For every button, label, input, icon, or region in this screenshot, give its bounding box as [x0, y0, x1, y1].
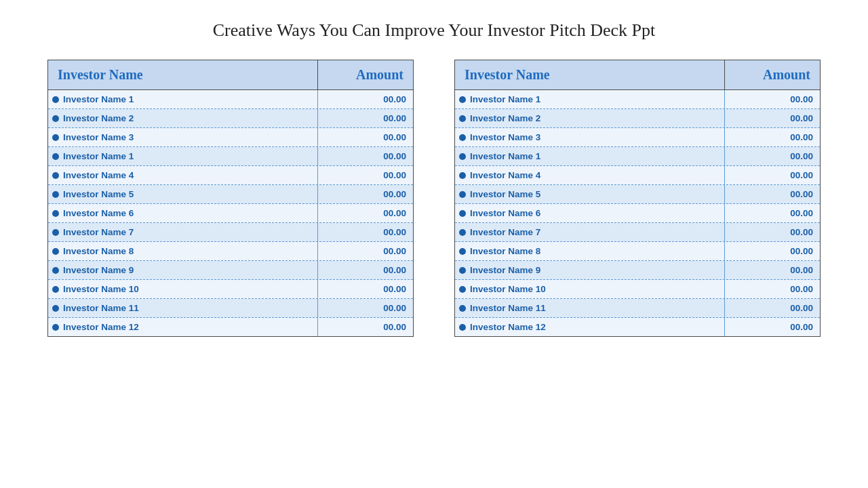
- cell-investor-name: Investor Name 3: [48, 128, 318, 146]
- cell-investor-name: Investor Name 8: [455, 242, 725, 260]
- table-row: Investor Name 100.00: [48, 90, 413, 109]
- table-row: Investor Name 800.00: [48, 242, 413, 261]
- cell-amount: 00.00: [725, 109, 820, 127]
- column-amount-header: Amount: [318, 60, 413, 89]
- investor-name-text: Investor Name 9: [470, 265, 540, 275]
- cell-investor-name: Investor Name 6: [48, 204, 318, 222]
- bullet-icon: [459, 229, 466, 236]
- bullet-icon: [52, 115, 59, 122]
- cell-investor-name: Investor Name 5: [48, 185, 318, 203]
- investor-name-text: Investor Name 10: [63, 284, 139, 294]
- cell-investor-name: Investor Name 4: [455, 166, 725, 184]
- table-row: Investor Name 700.00: [48, 223, 413, 242]
- investor-name-text: Investor Name 12: [63, 322, 139, 332]
- table-row: Investor Name 100.00: [48, 147, 413, 166]
- cell-investor-name: Investor Name 11: [48, 299, 318, 317]
- page-title: Creative Ways You Can Improve Your Inves…: [213, 20, 655, 41]
- bullet-icon: [52, 134, 59, 141]
- table-row: Investor Name 900.00: [48, 261, 413, 280]
- investor-name-text: Investor Name 4: [63, 170, 134, 180]
- table-row: Investor Name 500.00: [455, 185, 820, 204]
- cell-amount: 00.00: [725, 185, 820, 203]
- cell-amount: 00.00: [725, 280, 820, 298]
- bullet-icon: [52, 267, 59, 274]
- table-row: Investor Name 1200.00: [455, 318, 820, 336]
- investor-name-text: Investor Name 7: [63, 227, 134, 237]
- cell-investor-name: Investor Name 12: [48, 318, 318, 336]
- cell-investor-name: Investor Name 5: [455, 185, 725, 203]
- investor-name-text: Investor Name 1: [470, 94, 540, 104]
- cell-investor-name: Investor Name 7: [48, 223, 318, 241]
- bullet-icon: [52, 153, 59, 160]
- cell-amount: 00.00: [725, 128, 820, 146]
- bullet-icon: [52, 191, 59, 198]
- cell-investor-name: Investor Name 6: [455, 204, 725, 222]
- investor-name-text: Investor Name 8: [470, 246, 540, 256]
- investor-name-text: Investor Name 7: [470, 227, 540, 237]
- cell-amount: 00.00: [725, 242, 820, 260]
- cell-investor-name: Investor Name 10: [455, 280, 725, 298]
- cell-amount: 00.00: [725, 261, 820, 279]
- table-right: Investor NameAmountInvestor Name 100.00I…: [454, 60, 821, 337]
- investor-name-text: Investor Name 4: [470, 170, 540, 180]
- investor-name-text: Investor Name 3: [63, 132, 134, 142]
- table-header: Investor NameAmount: [48, 60, 413, 90]
- investor-name-text: Investor Name 12: [470, 322, 546, 332]
- investor-name-text: Investor Name 6: [63, 208, 134, 218]
- investor-name-text: Investor Name 11: [470, 303, 546, 313]
- bullet-icon: [459, 134, 466, 141]
- bullet-icon: [52, 324, 59, 331]
- cell-amount: 00.00: [318, 299, 413, 317]
- cell-investor-name: Investor Name 12: [455, 318, 725, 336]
- table-row: Investor Name 600.00: [48, 204, 413, 223]
- cell-amount: 00.00: [318, 318, 413, 336]
- cell-amount: 00.00: [318, 261, 413, 279]
- investor-name-text: Investor Name 1: [63, 94, 134, 104]
- cell-amount: 00.00: [318, 223, 413, 241]
- investor-name-text: Investor Name 3: [470, 132, 540, 142]
- cell-amount: 00.00: [318, 147, 413, 165]
- investor-name-text: Investor Name 10: [470, 284, 546, 294]
- bullet-icon: [459, 96, 466, 103]
- cell-amount: 00.00: [318, 185, 413, 203]
- bullet-icon: [52, 172, 59, 179]
- table-row: Investor Name 1000.00: [48, 280, 413, 299]
- table-row: Investor Name 900.00: [455, 261, 820, 280]
- investor-name-text: Investor Name 1: [470, 151, 540, 161]
- bullet-icon: [52, 305, 59, 312]
- cell-amount: 00.00: [318, 242, 413, 260]
- investor-name-text: Investor Name 9: [63, 265, 134, 275]
- table-row: Investor Name 1000.00: [455, 280, 820, 299]
- column-amount-header: Amount: [725, 60, 820, 89]
- table-left: Investor NameAmountInvestor Name 100.00I…: [47, 60, 414, 337]
- cell-amount: 00.00: [725, 204, 820, 222]
- cell-amount: 00.00: [318, 109, 413, 127]
- table-row: Investor Name 1100.00: [48, 299, 413, 318]
- bullet-icon: [52, 96, 59, 103]
- cell-investor-name: Investor Name 9: [455, 261, 725, 279]
- bullet-icon: [459, 210, 466, 217]
- investor-name-text: Investor Name 8: [63, 246, 134, 256]
- cell-amount: 00.00: [725, 147, 820, 165]
- cell-investor-name: Investor Name 2: [455, 109, 725, 127]
- bullet-icon: [459, 324, 466, 331]
- cell-investor-name: Investor Name 1: [455, 147, 725, 165]
- cell-amount: 00.00: [318, 128, 413, 146]
- table-row: Investor Name 400.00: [455, 166, 820, 185]
- cell-investor-name: Investor Name 8: [48, 242, 318, 260]
- bullet-icon: [52, 210, 59, 217]
- table-row: Investor Name 300.00: [48, 128, 413, 147]
- cell-investor-name: Investor Name 1: [48, 90, 318, 108]
- bullet-icon: [459, 267, 466, 274]
- cell-investor-name: Investor Name 2: [48, 109, 318, 127]
- bullet-icon: [459, 305, 466, 312]
- cell-amount: 00.00: [725, 166, 820, 184]
- bullet-icon: [459, 153, 466, 160]
- column-name-header: Investor Name: [455, 60, 725, 89]
- tables-container: Investor NameAmountInvestor Name 100.00I…: [27, 60, 841, 337]
- bullet-icon: [459, 248, 466, 255]
- table-row: Investor Name 300.00: [455, 128, 820, 147]
- cell-investor-name: Investor Name 4: [48, 166, 318, 184]
- table-row: Investor Name 1100.00: [455, 299, 820, 318]
- bullet-icon: [52, 286, 59, 293]
